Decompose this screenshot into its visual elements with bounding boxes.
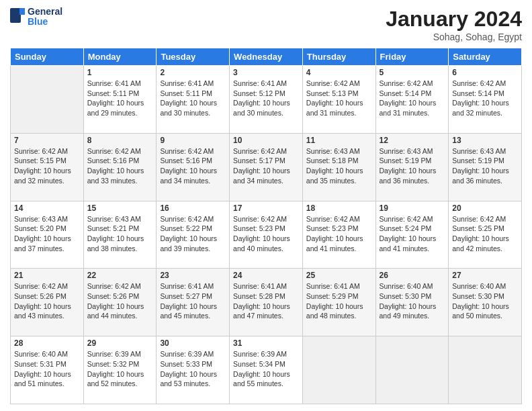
table-row: 24 Sunrise: 6:41 AM Sunset: 5:28 PM Dayl… — [230, 269, 303, 336]
day-number: 4 — [306, 68, 372, 77]
table-row: 8 Sunrise: 6:42 AM Sunset: 5:16 PM Dayli… — [83, 133, 157, 201]
day-number: 13 — [452, 136, 518, 145]
cell-info: Sunrise: 6:42 AM Sunset: 5:13 PM Dayligh… — [306, 79, 372, 118]
table-row: 22 Sunrise: 6:42 AM Sunset: 5:26 PM Dayl… — [83, 269, 157, 336]
table-row: 17 Sunrise: 6:42 AM Sunset: 5:23 PM Dayl… — [230, 201, 303, 269]
day-number: 21 — [14, 271, 80, 280]
daylight-text: Daylight: 10 hours and 41 minutes. — [380, 234, 445, 253]
day-number: 24 — [233, 271, 299, 280]
sunrise-text: Sunrise: 6:42 AM — [160, 146, 226, 156]
cell-info: Sunrise: 6:42 AM Sunset: 5:26 PM Dayligh… — [14, 281, 80, 321]
sunrise-text: Sunrise: 6:41 AM — [306, 281, 372, 291]
cell-info: Sunrise: 6:43 AM Sunset: 5:19 PM Dayligh… — [452, 146, 518, 186]
sunset-text: Sunset: 5:16 PM — [160, 156, 226, 166]
calendar-week-row: 28 Sunrise: 6:40 AM Sunset: 5:31 PM Dayl… — [11, 336, 522, 404]
sunrise-text: Sunrise: 6:42 AM — [380, 214, 445, 224]
table-row: 1 Sunrise: 6:41 AM Sunset: 5:11 PM Dayli… — [83, 66, 157, 134]
day-number: 19 — [380, 203, 445, 213]
sunrise-text: Sunrise: 6:43 AM — [380, 146, 445, 156]
sunrise-text: Sunrise: 6:41 AM — [233, 281, 299, 291]
sunset-text: Sunset: 5:30 PM — [380, 291, 445, 302]
page: General Blue January 2024 Sohag, Sohag, … — [0, 0, 532, 411]
col-tuesday: Tuesday — [157, 48, 230, 66]
table-row: 27 Sunrise: 6:40 AM Sunset: 5:30 PM Dayl… — [449, 269, 522, 336]
table-row: 6 Sunrise: 6:42 AM Sunset: 5:14 PM Dayli… — [449, 66, 522, 134]
day-number: 11 — [306, 136, 372, 145]
daylight-text: Daylight: 10 hours and 51 minutes. — [14, 369, 80, 389]
sunrise-text: Sunrise: 6:39 AM — [87, 349, 153, 359]
calendar-week-row: 7 Sunrise: 6:42 AM Sunset: 5:15 PM Dayli… — [11, 133, 522, 201]
cell-info: Sunrise: 6:40 AM Sunset: 5:31 PM Dayligh… — [14, 349, 80, 389]
daylight-text: Daylight: 10 hours and 52 minutes. — [87, 369, 153, 389]
cell-info: Sunrise: 6:42 AM Sunset: 5:17 PM Dayligh… — [233, 146, 299, 186]
cell-info: Sunrise: 6:42 AM Sunset: 5:14 PM Dayligh… — [452, 79, 518, 118]
day-number: 28 — [14, 338, 80, 348]
daylight-text: Daylight: 10 hours and 50 minutes. — [452, 302, 518, 321]
sunset-text: Sunset: 5:23 PM — [306, 224, 372, 234]
svg-rect-0 — [10, 8, 21, 23]
sunset-text: Sunset: 5:18 PM — [306, 156, 372, 166]
table-row — [449, 336, 522, 404]
day-number: 17 — [233, 203, 299, 213]
cell-info: Sunrise: 6:39 AM Sunset: 5:32 PM Dayligh… — [87, 349, 153, 389]
sunrise-text: Sunrise: 6:42 AM — [306, 214, 372, 224]
sunrise-text: Sunrise: 6:42 AM — [14, 281, 80, 291]
header: General Blue January 2024 Sohag, Sohag, … — [10, 7, 522, 42]
cell-info: Sunrise: 6:42 AM Sunset: 5:23 PM Dayligh… — [306, 214, 372, 254]
table-row: 3 Sunrise: 6:41 AM Sunset: 5:12 PM Dayli… — [230, 66, 303, 134]
daylight-text: Daylight: 10 hours and 41 minutes. — [306, 234, 372, 253]
sunset-text: Sunset: 5:24 PM — [380, 224, 445, 234]
daylight-text: Daylight: 10 hours and 31 minutes. — [306, 98, 372, 118]
daylight-text: Daylight: 10 hours and 42 minutes. — [452, 234, 518, 253]
logo-general: General — [28, 7, 62, 17]
cell-info: Sunrise: 6:42 AM Sunset: 5:16 PM Dayligh… — [160, 146, 226, 186]
sunset-text: Sunset: 5:14 PM — [452, 89, 518, 99]
sunset-text: Sunset: 5:30 PM — [452, 291, 518, 302]
month-title: January 2024 — [386, 7, 522, 32]
cell-info: Sunrise: 6:40 AM Sunset: 5:30 PM Dayligh… — [452, 281, 518, 321]
table-row: 5 Sunrise: 6:42 AM Sunset: 5:14 PM Dayli… — [375, 66, 449, 134]
day-number: 31 — [233, 338, 299, 348]
day-number: 12 — [380, 136, 445, 145]
table-row — [302, 336, 375, 404]
sunrise-text: Sunrise: 6:42 AM — [380, 79, 445, 89]
day-number: 14 — [14, 203, 80, 213]
sunset-text: Sunset: 5:20 PM — [14, 224, 80, 234]
cell-info: Sunrise: 6:41 AM Sunset: 5:29 PM Dayligh… — [306, 281, 372, 321]
daylight-text: Daylight: 10 hours and 49 minutes. — [380, 302, 445, 321]
sunrise-text: Sunrise: 6:43 AM — [452, 146, 518, 156]
table-row: 16 Sunrise: 6:42 AM Sunset: 5:22 PM Dayl… — [157, 201, 230, 269]
day-number: 20 — [452, 203, 518, 213]
sunset-text: Sunset: 5:16 PM — [87, 156, 153, 166]
table-row: 19 Sunrise: 6:42 AM Sunset: 5:24 PM Dayl… — [375, 201, 449, 269]
cell-info: Sunrise: 6:41 AM Sunset: 5:12 PM Dayligh… — [233, 79, 299, 118]
cell-info: Sunrise: 6:42 AM Sunset: 5:15 PM Dayligh… — [14, 146, 80, 186]
sunrise-text: Sunrise: 6:42 AM — [452, 214, 518, 224]
table-row: 31 Sunrise: 6:39 AM Sunset: 5:34 PM Dayl… — [230, 336, 303, 404]
sunset-text: Sunset: 5:29 PM — [306, 291, 372, 302]
sunrise-text: Sunrise: 6:42 AM — [233, 214, 299, 224]
day-number: 26 — [380, 271, 445, 280]
day-number: 18 — [306, 203, 372, 213]
cell-info: Sunrise: 6:43 AM Sunset: 5:21 PM Dayligh… — [87, 214, 153, 254]
sunset-text: Sunset: 5:12 PM — [233, 89, 299, 99]
sunset-text: Sunset: 5:32 PM — [87, 359, 153, 369]
table-row: 30 Sunrise: 6:39 AM Sunset: 5:33 PM Dayl… — [157, 336, 230, 404]
daylight-text: Daylight: 10 hours and 36 minutes. — [380, 166, 445, 185]
day-number: 7 — [14, 136, 80, 145]
col-friday: Friday — [375, 48, 449, 66]
sunrise-text: Sunrise: 6:40 AM — [14, 349, 80, 359]
table-row — [11, 66, 84, 134]
sunrise-text: Sunrise: 6:42 AM — [87, 281, 153, 291]
calendar-table: Sunday Monday Tuesday Wednesday Thursday… — [10, 48, 522, 404]
sunset-text: Sunset: 5:23 PM — [233, 224, 299, 234]
col-wednesday: Wednesday — [230, 48, 303, 66]
cell-info: Sunrise: 6:43 AM Sunset: 5:19 PM Dayligh… — [380, 146, 445, 186]
daylight-text: Daylight: 10 hours and 29 minutes. — [87, 98, 153, 118]
daylight-text: Daylight: 10 hours and 37 minutes. — [14, 234, 80, 253]
sunset-text: Sunset: 5:11 PM — [160, 89, 226, 99]
sunrise-text: Sunrise: 6:41 AM — [233, 79, 299, 89]
sunset-text: Sunset: 5:27 PM — [160, 291, 226, 302]
cell-info: Sunrise: 6:41 AM Sunset: 5:11 PM Dayligh… — [87, 79, 153, 118]
sunset-text: Sunset: 5:13 PM — [306, 89, 372, 99]
